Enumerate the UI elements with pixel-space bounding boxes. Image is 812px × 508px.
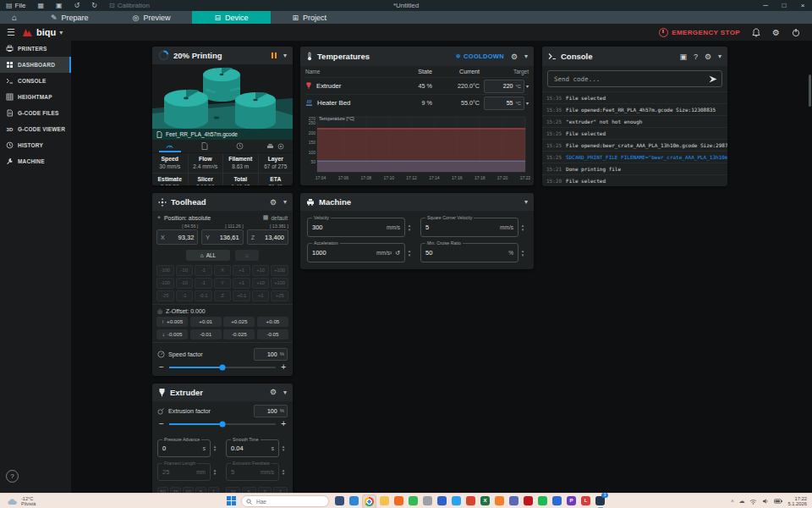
smooth-time-input[interactable]: Smooth Time 0.04 s [226, 439, 279, 457]
taskbar-app-filezilla[interactable] [522, 494, 535, 507]
printer-brand[interactable]: biqu ▾ [22, 27, 63, 37]
jog-button[interactable]: +1 [233, 278, 250, 289]
undo-button[interactable]: ↺ [69, 0, 86, 11]
console-settings-gear-icon[interactable]: ⚙ [705, 52, 711, 61]
axis-z-field[interactable]: [ 13.381 ] Z13,400 [247, 224, 288, 245]
sidebar-item-console[interactable]: CONSOLE [0, 73, 71, 89]
maximize-button[interactable]: □ [775, 0, 793, 11]
start-button[interactable] [227, 496, 237, 506]
save-button[interactable]: ▣ [50, 0, 69, 11]
reset-icon[interactable]: ↺ [395, 250, 400, 257]
jog-button[interactable]: +10 [252, 278, 270, 289]
z-offset-down-button[interactable]: -0.025 [223, 329, 255, 340]
spinner-arrows[interactable]: ▴▾ [518, 249, 527, 257]
taskbar-app-photos[interactable] [333, 494, 346, 507]
spinner-arrows[interactable]: ▴▾ [405, 224, 414, 231]
tab-preview[interactable]: ◎ Preview [111, 11, 193, 24]
taskbar-app-remote-device[interactable] [508, 494, 520, 507]
sidebar-item-history[interactable]: HISTORY [0, 137, 71, 153]
taskbar-search[interactable] [241, 495, 329, 507]
axis-x-field[interactable]: [ 84.56 ] X93,32 [156, 224, 198, 245]
collapse-chevron-icon[interactable]: ▾ [524, 198, 528, 206]
slider-plus-button[interactable]: + [281, 365, 286, 370]
square-corner-velocity-input[interactable]: Square Corner Velocity 5 mm/s [420, 218, 518, 237]
home-tab-icon[interactable]: ⌂ [0, 13, 29, 22]
z-offset-down-button[interactable]: ↓-0.005 [156, 329, 188, 340]
target-dropdown-icon[interactable]: ▾ [526, 100, 529, 106]
home-all-button[interactable]: ⌂ALL [186, 250, 230, 261]
notifications-bell-icon[interactable] [752, 28, 760, 37]
console-command-input[interactable] [552, 75, 709, 84]
taskbar-app-excel[interactable]: X [479, 494, 491, 507]
extruder-settings-gear-icon[interactable]: ⚙ [270, 388, 277, 396]
slider-minus-button[interactable]: − [159, 422, 164, 427]
console-help-icon[interactable]: ? [694, 52, 698, 61]
collapse-chevron-icon[interactable]: ▾ [718, 52, 721, 60]
collapse-chevron-icon[interactable]: ▾ [283, 198, 287, 206]
redo-button[interactable]: ↻ [85, 0, 103, 11]
min-cruise-ratio-input[interactable]: Min. Cruise Ratio 50 % [420, 243, 518, 262]
slider-track[interactable] [169, 423, 276, 425]
z-offset-up-button[interactable]: +0.05 [257, 317, 288, 327]
slider-knob[interactable] [220, 421, 226, 427]
onedrive-cloud-icon[interactable]: ☁ [738, 498, 744, 505]
tab-project[interactable]: ⊞ Project [271, 11, 349, 24]
pause-button[interactable] [272, 52, 277, 58]
tab-print-devices[interactable] [258, 140, 294, 152]
extruder-target-input[interactable]: 220°C [484, 80, 524, 93]
z-offset-down-button[interactable]: -0.05 [257, 329, 288, 340]
sidebar-item-machine[interactable]: MACHINE [0, 153, 71, 169]
z-offset-up-button[interactable]: ↑+0.005 [156, 317, 188, 327]
volume-icon[interactable] [762, 498, 769, 505]
z-offset-up-button[interactable]: +0.025 [223, 317, 255, 327]
taskbar-weather-widget[interactable]: -12°C Pilvistä [0, 496, 36, 506]
extrusion-feedrate-input[interactable]: Extrusion Feedrate 5 mm/s [226, 463, 279, 481]
taskbar-app-office[interactable] [464, 494, 477, 507]
taskbar-app-chrome[interactable] [362, 494, 376, 508]
tray-clock[interactable]: 17:22 5.1.2026 [787, 496, 807, 507]
jog-button[interactable]: +1 [252, 290, 270, 301]
jog-button[interactable]: -0.1 [195, 290, 212, 301]
sidebar-item-gcode-viewer[interactable]: 3D G-CODE VIEWER [0, 121, 71, 137]
bed-target-input[interactable]: 55°C [484, 97, 524, 110]
temp-settings-gear-icon[interactable]: ⚙ [511, 52, 518, 61]
collapse-chevron-icon[interactable]: ▾ [283, 52, 287, 59]
taskbar-app-powerpoint[interactable] [493, 494, 506, 507]
collapse-chevron-icon[interactable]: ▾ [524, 52, 528, 60]
sidebar-item-heightmap[interactable]: HEIGHTMAP [0, 89, 71, 105]
jog-button[interactable]: +10 [252, 265, 270, 276]
cooldown-button[interactable]: ❄ COOLDOWN [456, 52, 504, 60]
calibration-menu[interactable]: ⊡ Calibration [103, 0, 156, 11]
spinner-arrows[interactable]: ▴▾ [211, 468, 219, 476]
collapse-chevron-icon[interactable]: ▾ [283, 389, 287, 396]
jog-button[interactable]: +0.1 [233, 290, 250, 301]
axis-y-field[interactable]: [ 111.26 ] Y136,61 [201, 224, 243, 245]
slider-track[interactable] [169, 367, 276, 368]
jog-button[interactable]: -100 [156, 265, 174, 276]
speed-factor-input[interactable]: 100% [254, 348, 288, 361]
target-dropdown-icon[interactable]: ▾ [526, 83, 529, 89]
tray-chevron-up-icon[interactable]: ^ [731, 499, 733, 505]
taskbar-app-vscode[interactable] [450, 494, 463, 507]
taskbar-app-docker[interactable] [551, 494, 563, 507]
z-offset-up-button[interactable]: +0.01 [190, 317, 222, 327]
taskbar-app-settings[interactable] [421, 494, 434, 507]
slider-knob[interactable] [220, 364, 226, 370]
taskbar-app-logseq[interactable]: L [579, 494, 592, 507]
jog-button[interactable]: -1 [195, 278, 212, 289]
toolhead-settings-gear-icon[interactable]: ⚙ [270, 198, 277, 207]
default-view-toggle[interactable]: ▦ default [263, 214, 288, 221]
jog-button[interactable]: -1 [176, 290, 194, 301]
taskbar-app-slicer[interactable]: 3 [594, 494, 606, 507]
home-xy-button[interactable]: ⌂ [235, 250, 259, 261]
slider-minus-button[interactable]: − [159, 365, 164, 370]
clear-console-icon[interactable]: ▣ [679, 52, 687, 61]
taskbar-app-media-player[interactable] [436, 494, 448, 507]
slider-plus-button[interactable]: + [281, 422, 286, 427]
spinner-arrows[interactable]: ▴▾ [279, 468, 288, 476]
taskbar-app-file-explorer[interactable] [378, 494, 391, 507]
spinner-arrows[interactable]: ▴▾ [211, 444, 219, 452]
jog-button[interactable]: +25 [271, 290, 288, 301]
jog-button[interactable]: +100 [271, 265, 288, 276]
jog-button[interactable]: +100 [271, 278, 288, 289]
